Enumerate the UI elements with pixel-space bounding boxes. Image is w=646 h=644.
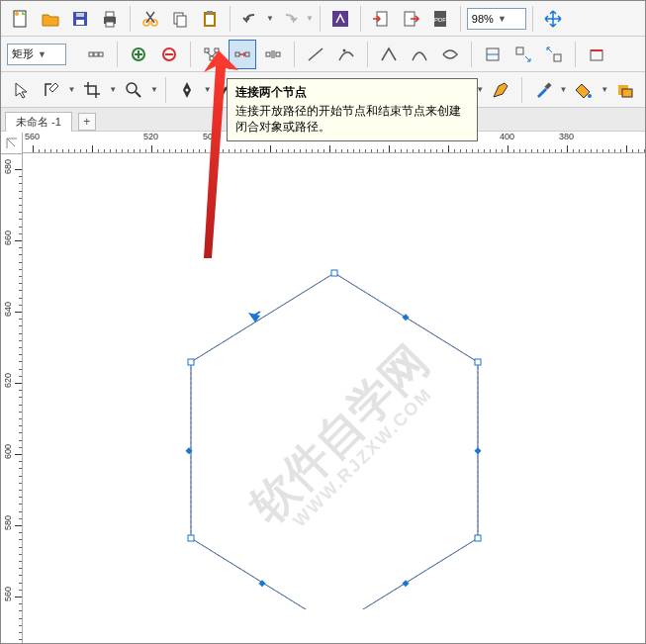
pick-tool-button[interactable]	[7, 75, 35, 105]
cusp-button[interactable]	[375, 40, 403, 69]
join-two-nodes-button[interactable]	[229, 40, 256, 69]
svg-rect-11	[177, 16, 186, 27]
hexagon-shape[interactable]	[161, 214, 517, 609]
separator	[471, 42, 472, 67]
dropdown-arrow-icon[interactable]: ▼	[109, 85, 117, 94]
svg-marker-45	[191, 273, 478, 609]
svg-rect-14	[207, 11, 213, 14]
separator	[460, 6, 461, 32]
svg-text:PDF: PDF	[434, 17, 446, 23]
svg-rect-20	[89, 52, 93, 56]
dropdown-arrow-icon[interactable]: ▼	[560, 85, 568, 94]
dropdown-arrow-icon: ▼	[306, 14, 314, 23]
close-path-button[interactable]	[583, 40, 610, 69]
main-toolbar: ▼ ▼ PDF 98% ▼	[1, 1, 645, 37]
pdf-button[interactable]: PDF	[426, 4, 454, 34]
svg-rect-51	[188, 359, 194, 365]
zoom-tool-button[interactable]	[120, 75, 147, 105]
tooltip: 连接两个节点 连接开放路径的开始节点和结束节点来创建闭合对象或路径。	[227, 78, 478, 141]
dropdown-arrow-icon[interactable]: ▼	[266, 14, 274, 23]
svg-point-37	[127, 83, 137, 93]
svg-rect-47	[475, 359, 481, 365]
extend-button[interactable]	[509, 40, 537, 69]
shape-select[interactable]: 矩形 ▼	[7, 44, 66, 65]
break-node-button[interactable]	[259, 40, 287, 69]
svg-rect-31	[276, 52, 280, 56]
zoom-value: 98%	[472, 13, 494, 25]
zoom-input[interactable]: 98% ▼	[467, 8, 526, 30]
remove-node-button[interactable]	[155, 40, 183, 69]
fill-tool-button[interactable]	[571, 75, 599, 105]
open-button[interactable]	[37, 4, 64, 34]
property-bar: 矩形 ▼	[1, 37, 645, 72]
chevron-down-icon: ▼	[38, 49, 46, 59]
svg-point-41	[588, 94, 592, 98]
smooth-button[interactable]	[406, 40, 433, 69]
svg-rect-53	[474, 447, 481, 454]
dropdown-arrow-icon[interactable]: ▼	[204, 85, 212, 94]
separator	[575, 42, 576, 67]
add-doc-button[interactable]: +	[78, 113, 96, 131]
print-button[interactable]	[96, 4, 124, 34]
svg-rect-52	[402, 314, 409, 321]
dropdown-arrow-icon[interactable]: ▼	[150, 85, 158, 94]
to-line-button[interactable]	[302, 40, 329, 69]
tool-btn-b[interactable]	[487, 75, 514, 105]
separator	[521, 77, 522, 103]
chevron-down-icon: ▼	[498, 14, 507, 24]
doc-tab[interactable]: 未命名 -1	[5, 112, 72, 132]
svg-rect-50	[188, 535, 194, 541]
svg-point-38	[185, 88, 188, 91]
paste-button[interactable]	[196, 4, 224, 34]
svg-marker-44	[191, 273, 478, 609]
copy-button[interactable]	[166, 4, 194, 34]
separator	[190, 42, 191, 67]
reverse-button[interactable]	[479, 40, 507, 69]
svg-rect-28	[235, 52, 239, 56]
undo-button[interactable]	[236, 4, 264, 34]
separator	[360, 6, 361, 32]
separator	[130, 6, 131, 32]
symm-button[interactable]	[436, 40, 464, 69]
svg-rect-46	[331, 270, 337, 276]
canvas[interactable]: 软件自学网 WWW.RJZXW.COM	[23, 154, 645, 643]
tooltip-title: 连接两个节点	[235, 84, 469, 101]
crop-tool-button[interactable]	[78, 75, 106, 105]
svg-rect-4	[76, 13, 84, 17]
separator	[165, 77, 166, 103]
pan-button[interactable]	[539, 4, 567, 34]
pen-tool-button[interactable]	[173, 75, 201, 105]
cut-button[interactable]	[137, 4, 164, 34]
svg-rect-35	[554, 54, 561, 61]
eyedrop-tool-button[interactable]	[529, 75, 557, 105]
import-button[interactable]	[367, 4, 395, 34]
svg-rect-30	[266, 52, 270, 56]
separator	[230, 6, 231, 32]
outline-tool-button[interactable]	[611, 75, 639, 105]
svg-point-32	[343, 48, 346, 51]
effects-button[interactable]	[326, 4, 354, 34]
svg-rect-6	[106, 12, 114, 17]
dropdown-arrow-icon[interactable]: ▼	[68, 85, 76, 94]
add-node-button[interactable]	[125, 40, 152, 69]
redo-button[interactable]	[276, 4, 304, 34]
shape-tool-button[interactable]	[38, 75, 65, 105]
export-button[interactable]	[397, 4, 424, 34]
svg-rect-7	[106, 22, 114, 27]
break-apart-button[interactable]	[82, 40, 110, 69]
svg-rect-54	[402, 580, 409, 587]
save-button[interactable]	[66, 4, 94, 34]
extract-button[interactable]	[540, 40, 568, 69]
svg-rect-13	[206, 15, 214, 25]
svg-rect-56	[185, 447, 192, 454]
to-curve-button[interactable]	[332, 40, 360, 69]
svg-point-1	[15, 12, 19, 16]
new-doc-button[interactable]	[7, 4, 35, 34]
ruler-vertical: 680660640620600580560	[1, 154, 23, 643]
join-nodes-button[interactable]	[198, 40, 226, 69]
dropdown-arrow-icon[interactable]: ▼	[600, 85, 608, 94]
doc-tab-label: 未命名 -1	[16, 116, 61, 128]
svg-rect-26	[215, 48, 219, 52]
shape-label: 矩形	[12, 46, 34, 61]
svg-rect-34	[516, 47, 523, 54]
